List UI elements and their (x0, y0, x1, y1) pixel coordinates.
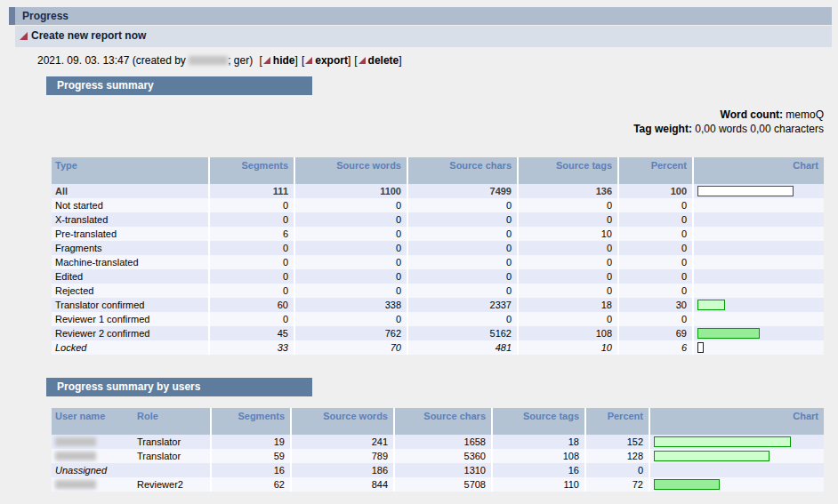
tag-weight-label: Tag weight: (633, 123, 692, 135)
progress-bar (654, 479, 720, 490)
table-row: Translator597895360108128 (52, 449, 824, 463)
chart-cell (694, 326, 824, 340)
column-header-chart: Chart (650, 408, 824, 435)
table-cell: 0 (210, 255, 295, 269)
table-cell: 0 (408, 284, 519, 298)
table-cell: 72 (586, 477, 650, 492)
table-cell: 0 (295, 241, 408, 255)
table-cell: 789 (292, 449, 395, 463)
red-triangle-icon (20, 32, 28, 40)
table-cell: 59 (212, 449, 292, 463)
column-header-source-tags: Source tags (493, 408, 586, 435)
column-header-chart: Chart (694, 157, 824, 184)
table-cell: Unassigned (52, 463, 133, 477)
table-cell: 0 (519, 212, 619, 227)
create-report-link[interactable]: Create new report now (31, 29, 146, 42)
table-cell: 62 (212, 477, 292, 492)
table-cell: Reviewer 1 confirmed (52, 312, 210, 326)
table-cell: 0 (586, 463, 650, 477)
red-triangle-icon (359, 57, 366, 64)
table-cell: 10 (519, 227, 619, 241)
table-header-row: TypeSegmentsSource wordsSource charsSour… (52, 157, 824, 184)
red-triangle-icon (263, 57, 270, 64)
table-cell: 152 (586, 435, 650, 449)
table-cell: 100 (619, 184, 694, 198)
table-cell: 0 (408, 212, 519, 227)
progress-bar (697, 342, 704, 353)
hide-action[interactable]: [hide] (260, 54, 298, 67)
table-row: Unassigned161861310160 (52, 463, 824, 477)
table-cell: 5708 (395, 477, 493, 492)
table-cell: 0 (210, 241, 295, 255)
chart-cell (650, 463, 824, 477)
table-cell: 0 (619, 212, 694, 227)
table-cell: 111 (210, 184, 295, 198)
progress-bar (697, 328, 760, 339)
table-cell: 0 (295, 255, 408, 269)
table-row: Machine-translated00000 (52, 255, 824, 269)
table-cell: Not started (52, 198, 210, 212)
table-cell: 0 (210, 312, 295, 326)
column-header-source-words: Source words (295, 157, 408, 184)
redacted-username (55, 480, 96, 489)
chart-cell (650, 449, 824, 463)
section-header-progress-by-users: Progress summary by users (46, 378, 312, 396)
table-cell: 0 (295, 198, 408, 212)
page-header-bar: Progress (9, 7, 832, 25)
chart-cell (694, 227, 824, 241)
created-by-prefix: (created by (133, 54, 186, 67)
create-report-bar[interactable]: Create new report now (15, 26, 832, 47)
table-cell: 19 (212, 435, 292, 449)
chart-cell (650, 435, 824, 449)
table-row: Reviewer262844570811072 (52, 477, 824, 492)
table-cell: 1100 (295, 184, 408, 198)
table-cell: Translator (133, 449, 212, 463)
table-cell: 18 (519, 298, 619, 312)
table-cell: 0 (295, 284, 408, 298)
table-cell: 5162 (408, 326, 519, 340)
table-cell: 0 (619, 227, 694, 241)
word-count-value: memoQ (786, 108, 824, 121)
table-row: Translator confirmed6033823371830 (52, 298, 824, 312)
table-cell: 6 (210, 227, 295, 241)
table-cell: 16 (212, 463, 292, 477)
column-header-percent: Percent (586, 408, 650, 435)
chart-cell (694, 184, 824, 198)
table-row: Fragments00000 (52, 241, 824, 255)
table-cell: 128 (586, 449, 650, 463)
column-header-user-name: User name (52, 408, 133, 435)
table-cell: 338 (295, 298, 408, 312)
table-cell: 481 (408, 340, 519, 355)
progress-bar (654, 451, 770, 461)
table-cell: 6 (619, 340, 694, 355)
table-cell: Translator confirmed (52, 298, 210, 312)
redacted-username (55, 437, 96, 446)
word-count-line: Word count: memoQ (633, 108, 824, 122)
table-cell: 1658 (395, 435, 493, 449)
table-cell: Translator (133, 435, 212, 449)
table-row: All11111007499136100 (52, 184, 824, 198)
table-cell: 0 (519, 255, 619, 269)
table-cell: 844 (292, 477, 395, 492)
table-row: Locked3370481106 (52, 340, 824, 355)
export-action[interactable]: [export] (302, 54, 351, 67)
chart-cell (694, 212, 824, 227)
table-cell: 0 (519, 269, 619, 284)
chart-cell (694, 312, 824, 326)
report-date: 2021. 09. 03. 13:47 (37, 54, 129, 67)
table-cell: 70 (295, 340, 408, 355)
delete-action[interactable]: [delete] (354, 54, 401, 67)
table-cell: Machine-translated (52, 255, 210, 269)
table-cell: 0 (210, 284, 295, 298)
table-cell: 16 (493, 463, 586, 477)
table-cell: 1310 (395, 463, 493, 477)
table-row: Reviewer 1 confirmed00000 (52, 312, 824, 326)
table-cell: 0 (519, 198, 619, 212)
progress-summary-table: TypeSegmentsSource wordsSource charsSour… (52, 157, 824, 355)
table-cell: Reviewer 2 confirmed (52, 326, 210, 340)
table-cell: 18 (493, 435, 586, 449)
chart-cell (694, 284, 824, 298)
column-header-source-chars: Source chars (395, 408, 493, 435)
word-count-label: Word count: (721, 108, 783, 121)
table-cell: 0 (519, 284, 619, 298)
